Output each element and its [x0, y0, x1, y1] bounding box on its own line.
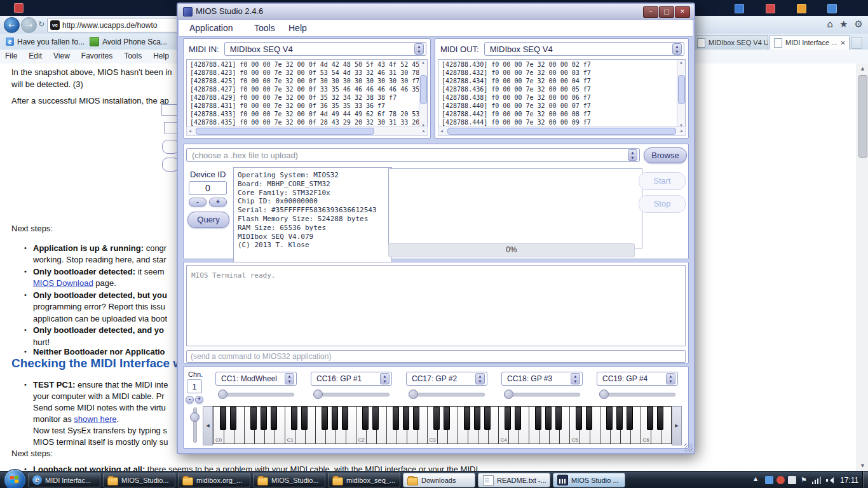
- desktop-icon[interactable]: [735, 4, 744, 13]
- piano-black-key[interactable]: [372, 407, 379, 430]
- new-tab-button[interactable]: [851, 37, 862, 49]
- device-id-increment-button[interactable]: +: [209, 198, 227, 207]
- taskbar-button[interactable]: README.txt -...: [478, 473, 550, 487]
- mios-titlebar[interactable]: MIOS Studio 2.4.6: [178, 4, 694, 20]
- slider-thumb[interactable]: [504, 390, 513, 399]
- piano-black-key[interactable]: [555, 407, 562, 430]
- browser-tab-inactive[interactable]: MIDIbox SEQ V4 U...: [693, 35, 768, 50]
- taskbar-button-active[interactable]: MIOS Studio ...: [553, 473, 625, 487]
- query-button[interactable]: Query: [187, 212, 229, 228]
- piano-black-key[interactable]: [342, 407, 348, 430]
- select-stepper-icon[interactable]: [285, 373, 294, 384]
- piano-black-key[interactable]: [606, 407, 613, 430]
- tray-icon[interactable]: [765, 476, 773, 484]
- vertical-scrollbar[interactable]: [677, 60, 685, 128]
- device-id-decrement-button[interactable]: -: [189, 198, 207, 207]
- cc16-slider[interactable]: [313, 390, 390, 398]
- upload-log-box[interactable]: [388, 168, 642, 248]
- midi-out-monitor[interactable]: [428788.430] f0 00 00 7e 32 00 00 02 f7 …: [438, 59, 686, 128]
- favorites-bar-item[interactable]: Have you fallen fo...: [3, 36, 88, 48]
- address-bar[interactable]: vc http://www.ucapps.de/howto: [47, 18, 183, 32]
- piano-black-key[interactable]: [230, 407, 236, 430]
- menu-help[interactable]: Help: [153, 51, 169, 60]
- minimize-button[interactable]: [643, 6, 658, 18]
- piano-black-key[interactable]: [484, 407, 491, 430]
- scrollbar-thumb[interactable]: [420, 75, 427, 105]
- menu-file[interactable]: File: [5, 51, 17, 60]
- volume-icon[interactable]: [826, 477, 835, 484]
- taskbar-button[interactable]: midibox_seq_...: [328, 473, 400, 487]
- maximize-button[interactable]: [659, 6, 674, 18]
- horizontal-scrollbar[interactable]: [438, 126, 686, 136]
- piano-black-key[interactable]: [413, 407, 419, 430]
- cc19-select[interactable]: CC19: GP #4: [597, 372, 678, 386]
- action-center-flag-icon[interactable]: [801, 476, 807, 484]
- browse-button[interactable]: Browse: [644, 147, 687, 163]
- cc1-slider[interactable]: [218, 390, 294, 398]
- midi-in-select[interactable]: MIDIbox SEQ V4: [224, 42, 426, 56]
- shown-here-link[interactable]: shown here: [74, 414, 116, 424]
- piano-black-key[interactable]: [433, 407, 440, 430]
- piano-black-key[interactable]: [535, 407, 541, 430]
- select-stepper-icon[interactable]: [571, 373, 580, 384]
- piano-black-key[interactable]: [505, 407, 511, 430]
- piano-black-key[interactable]: [362, 407, 369, 430]
- taskbar-button[interactable]: MIOS_Studio...: [103, 473, 175, 487]
- menu-view[interactable]: View: [53, 51, 70, 60]
- tools-gear-icon[interactable]: [855, 18, 863, 30]
- cc17-select[interactable]: CC17: GP #2: [406, 372, 487, 386]
- menu-help[interactable]: Help: [288, 23, 307, 33]
- slider-thumb[interactable]: [190, 412, 200, 422]
- close-button[interactable]: [675, 6, 690, 18]
- tab-close-icon[interactable]: [840, 39, 845, 46]
- midi-out-select[interactable]: MIDIbox SEQ V4: [484, 42, 684, 56]
- piano-black-key[interactable]: [271, 407, 277, 430]
- piano-black-key[interactable]: [291, 407, 297, 430]
- cc17-slider[interactable]: [409, 390, 485, 398]
- octave-left-button[interactable]: [203, 406, 213, 445]
- select-stepper-icon[interactable]: [666, 373, 675, 384]
- slider-thumb[interactable]: [409, 390, 418, 399]
- slider-thumb[interactable]: [313, 390, 323, 399]
- resize-grip[interactable]: [684, 444, 693, 452]
- cc19-slider[interactable]: [599, 390, 675, 398]
- taskbar-button[interactable]: midibox.org_...: [178, 473, 250, 487]
- back-button[interactable]: [4, 17, 20, 33]
- vertical-scrollbar[interactable]: [419, 60, 427, 128]
- tray-icon[interactable]: [776, 476, 785, 484]
- cc18-slider[interactable]: [504, 390, 580, 398]
- select-stepper-icon[interactable]: [672, 43, 682, 55]
- piano-black-key[interactable]: [464, 407, 470, 430]
- show-desktop-button[interactable]: [862, 471, 868, 488]
- slider-thumb[interactable]: [599, 390, 609, 399]
- piano-black-key[interactable]: [627, 407, 633, 430]
- network-icon[interactable]: [812, 477, 822, 484]
- channel-decrement-button[interactable]: -: [186, 396, 194, 403]
- terminal-command-input[interactable]: [186, 350, 686, 363]
- slider-thumb[interactable]: [218, 390, 227, 399]
- piano-black-key[interactable]: [403, 407, 409, 430]
- favorites-bar-item[interactable]: Avoid Phone Sca...: [86, 36, 170, 48]
- favorites-star-icon[interactable]: [839, 18, 848, 30]
- device-info-box[interactable]: Operating System: MIOS32 Board: MBHP_COR…: [233, 167, 392, 264]
- browser-tab-active[interactable]: MIDI Interface ...: [770, 35, 850, 50]
- desktop-icon[interactable]: [797, 4, 806, 13]
- piano-black-key[interactable]: [616, 407, 623, 430]
- device-id-input[interactable]: [189, 181, 227, 195]
- desktop-icon[interactable]: [827, 4, 837, 13]
- piano-black-key[interactable]: [657, 407, 663, 430]
- tray-expand-icon[interactable]: [754, 476, 757, 482]
- cc1-select[interactable]: CC1: ModWheel: [215, 372, 297, 386]
- horizontal-scrollbar[interactable]: [186, 126, 428, 136]
- midi-in-monitor[interactable]: [428788.421] f0 00 00 7e 32 00 0f 4d 42 …: [186, 59, 428, 128]
- piano-black-key[interactable]: [647, 407, 653, 430]
- channel-increment-button[interactable]: +: [195, 396, 203, 403]
- select-stepper-icon[interactable]: [414, 43, 424, 55]
- terminal-output[interactable]: MIOS Terminal ready.: [186, 265, 686, 346]
- piano-black-key[interactable]: [332, 407, 338, 430]
- piano-black-key[interactable]: [261, 407, 267, 430]
- start-button[interactable]: Start: [639, 172, 686, 190]
- select-stepper-icon[interactable]: [628, 149, 637, 161]
- select-stepper-icon[interactable]: [380, 373, 390, 384]
- url-text[interactable]: http://www.ucapps.de/howto: [62, 21, 157, 30]
